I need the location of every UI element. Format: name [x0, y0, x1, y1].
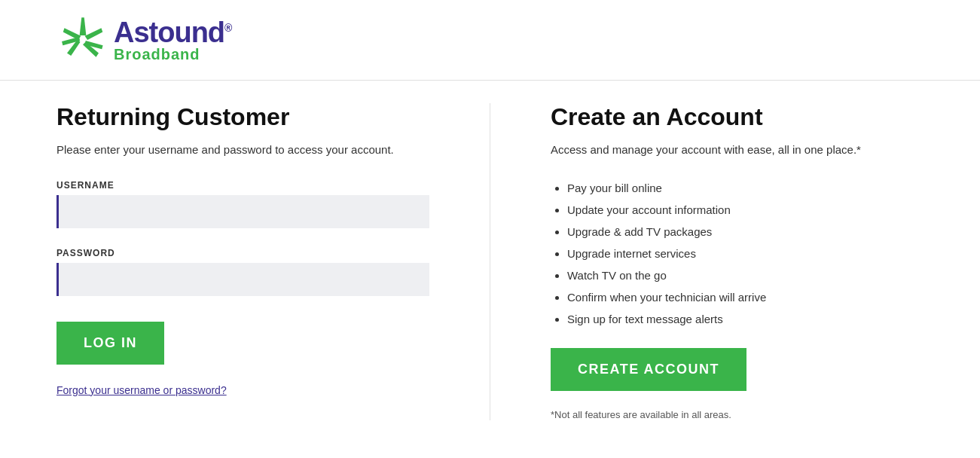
username-label: USERNAME — [56, 180, 429, 191]
feature-item: Sign up for text message alerts — [567, 311, 924, 327]
astound-logo-icon — [56, 14, 109, 66]
returning-customer-heading: Returning Customer — [56, 103, 429, 131]
vertical-divider — [490, 103, 490, 420]
svg-marker-0 — [80, 17, 87, 35]
username-field-group: USERNAME — [56, 180, 429, 245]
password-label: PASSWORD — [56, 248, 429, 258]
feature-item: Pay your bill online — [567, 180, 924, 196]
feature-item: Confirm when your technician will arrive — [567, 289, 924, 305]
returning-customer-subtitle: Please enter your username and password … — [56, 142, 429, 159]
feature-item: Watch TV on the go — [567, 267, 924, 283]
password-field-group: PASSWORD — [56, 248, 429, 313]
logo-broadband: Broadband — [114, 47, 231, 62]
svg-marker-1 — [85, 28, 103, 40]
feature-item: Update your account information — [567, 202, 924, 218]
feature-item: Upgrade & add TV packages — [567, 224, 924, 240]
returning-customer-section: Returning Customer Please enter your use… — [56, 103, 429, 420]
create-account-heading: Create an Account — [551, 103, 924, 131]
forgot-password-link[interactable]: Forgot your username or password? — [56, 384, 429, 396]
logo-astound: Astound® — [114, 18, 231, 47]
features-list: Pay your bill onlineUpdate your account … — [551, 180, 924, 327]
create-account-section: Create an Account Access and manage your… — [551, 103, 924, 420]
logo-container: Astound® Broadband — [56, 14, 924, 66]
disclaimer-text: *Not all features are available in all a… — [551, 409, 924, 420]
password-input[interactable] — [56, 263, 429, 296]
username-input[interactable] — [56, 195, 429, 228]
header: Astound® Broadband — [0, 0, 980, 81]
main-content: Returning Customer Please enter your use… — [0, 81, 980, 443]
login-button[interactable]: LOG IN — [56, 322, 164, 365]
svg-marker-6 — [63, 28, 81, 40]
create-account-button[interactable]: CREATE ACCOUNT — [551, 348, 746, 391]
feature-item: Upgrade internet services — [567, 246, 924, 261]
logo-text: Astound® Broadband — [114, 18, 231, 62]
create-account-subtitle: Access and manage your account with ease… — [551, 142, 924, 159]
